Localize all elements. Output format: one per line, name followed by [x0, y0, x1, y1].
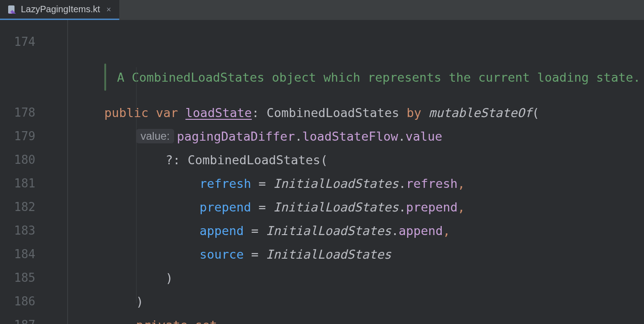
- line-number: 183: [0, 219, 67, 242]
- line-number-gutter: 174 178 179 180 181 182 183 184 185 186 …: [0, 20, 68, 324]
- rparen: ): [136, 295, 143, 309]
- code-line: prepend = InitialLoadStates . prepend ,: [68, 195, 644, 219]
- code-editor[interactable]: 174 178 179 180 181 182 183 184 185 186 …: [0, 20, 644, 324]
- ref-InitialLoadStates: InitialLoadStates: [266, 224, 391, 238]
- dot: .: [399, 200, 406, 214]
- rparen: ): [166, 271, 173, 285]
- editor-tab[interactable]: LazyPagingItems.kt ×: [0, 0, 119, 20]
- tab-bar: LazyPagingItems.kt ×: [0, 0, 644, 20]
- doc-text: A CombinedLoadStates object which repres…: [117, 70, 640, 84]
- ref-value: value: [405, 129, 442, 143]
- arg-source: source: [200, 247, 244, 261]
- line-number: 182: [0, 195, 67, 219]
- line-number: 185: [0, 266, 67, 290]
- type-CombinedLoadStates: CombinedLoadStates: [267, 106, 400, 120]
- line-number: 179: [0, 124, 67, 148]
- equals: =: [251, 177, 273, 191]
- tab-filename: LazyPagingItems.kt: [21, 4, 100, 15]
- close-icon[interactable]: ×: [105, 5, 113, 15]
- code-line: refresh = InitialLoadStates . refresh ,: [68, 172, 644, 195]
- ref-InitialLoadStates: InitialLoadStates: [266, 247, 391, 261]
- ref-InitialLoadStates: InitialLoadStates: [273, 177, 399, 191]
- line-number: 181: [0, 172, 67, 195]
- inlay-hint-value: value:: [136, 129, 174, 143]
- code-line: ?: CombinedLoadStates (: [68, 148, 644, 172]
- comma: ,: [458, 177, 465, 191]
- line-number: 174: [0, 30, 67, 54]
- equals: =: [244, 224, 266, 238]
- code-line: public var loadState : CombinedLoadState…: [68, 101, 644, 124]
- kotlin-file-icon: [7, 5, 16, 14]
- line-number: 178: [0, 101, 67, 124]
- keyword-public: public: [104, 106, 149, 120]
- comma: ,: [458, 200, 465, 214]
- doc-prefix: A: [117, 70, 132, 84]
- arg-refresh: refresh: [200, 177, 251, 191]
- ref-InitialLoadStates: InitialLoadStates: [273, 200, 399, 214]
- code-line: private set: [68, 313, 644, 324]
- keyword-set: set: [195, 318, 217, 324]
- fn-mutableStateOf: mutableStateOf: [429, 106, 532, 120]
- doc-suffix: object which represents the current load…: [264, 70, 640, 84]
- code-line: ): [68, 266, 644, 290]
- code-content[interactable]: A CombinedLoadStates object which repres…: [68, 20, 644, 324]
- doc-comment: A CombinedLoadStates object which repres…: [68, 54, 644, 101]
- arg-append: append: [200, 224, 244, 238]
- code-line: source = InitialLoadStates: [68, 242, 644, 266]
- doc-gutter-bar: [104, 64, 106, 91]
- line-number: 187: [0, 313, 67, 324]
- dot: .: [399, 177, 406, 191]
- member-refresh: refresh: [406, 177, 458, 191]
- elvis-op: ?:: [166, 153, 181, 167]
- colon: :: [252, 106, 259, 120]
- line-number: 180: [0, 148, 67, 172]
- member-prepend: prepend: [406, 200, 458, 214]
- ref-pagingDataDiffer: pagingDataDiffer: [177, 129, 295, 143]
- dot: .: [391, 224, 399, 238]
- dot: .: [295, 129, 302, 143]
- identifier-loadState: loadState: [185, 106, 252, 120]
- arg-prepend: prepend: [200, 200, 251, 214]
- doc-code-ref: CombinedLoadStates: [132, 70, 265, 84]
- keyword-private: private: [136, 318, 188, 324]
- dot: .: [398, 129, 405, 143]
- line-number: 186: [0, 290, 67, 313]
- code-line: ): [68, 290, 644, 313]
- line-number: 184: [0, 242, 67, 266]
- ref-loadStateFlow: loadStateFlow: [302, 129, 398, 143]
- keyword-var: var: [156, 106, 178, 120]
- code-line: append = InitialLoadStates . append ,: [68, 219, 644, 242]
- comma: ,: [443, 224, 450, 238]
- equals: =: [251, 200, 273, 214]
- lparen: (: [320, 153, 327, 167]
- keyword-by: by: [407, 106, 422, 120]
- code-line: value: pagingDataDiffer . loadStateFlow …: [68, 124, 644, 148]
- member-append: append: [399, 224, 443, 238]
- code-line: [68, 30, 644, 54]
- lparen: (: [532, 106, 539, 120]
- equals: =: [244, 247, 266, 261]
- ctor-CombinedLoadStates: CombinedLoadStates: [188, 153, 321, 167]
